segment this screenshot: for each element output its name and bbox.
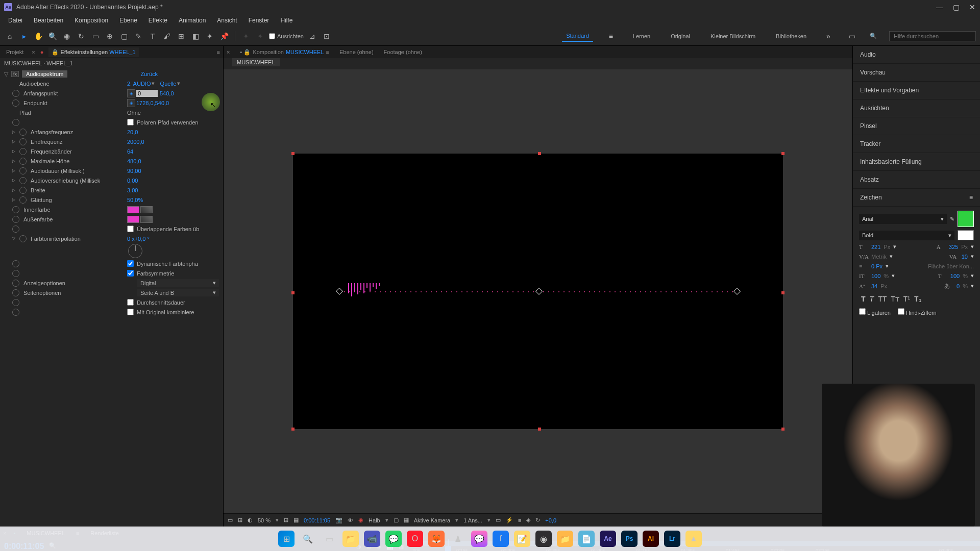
farbsym-checkbox[interactable]: Farbsymmetrie — [127, 270, 219, 277]
start-button[interactable]: ⊞ — [278, 531, 295, 547]
vscale-value[interactable]: 100 — [871, 273, 880, 279]
composition-canvas[interactable] — [293, 154, 783, 429]
polaren-checkbox[interactable]: Polaren Pfad verwenden — [127, 119, 219, 126]
panel-effekte[interactable]: Effekte und Vorgaben — [853, 82, 980, 99]
endfreq-value[interactable]: 2000,0 — [127, 139, 219, 145]
snap-options-icon[interactable]: ⊿ — [307, 31, 318, 42]
farbton-value[interactable]: 0 x+0,0 ° — [127, 236, 219, 242]
hscale-value[interactable]: 100 — [950, 273, 960, 279]
stopwatch-icon[interactable] — [12, 299, 19, 306]
glattung-value[interactable]: 50,0% — [127, 197, 219, 203]
comp-breadcrumb[interactable]: MUSICWHEEL — [232, 58, 280, 66]
app-icon[interactable]: ♟ — [450, 531, 466, 547]
stopwatch-icon[interactable] — [19, 235, 27, 242]
workspace-panel-icon[interactable]: ▭ — [846, 31, 857, 42]
target-icon[interactable]: ◈ — [127, 89, 135, 97]
uberlapp-checkbox[interactable]: Überlappende Farben üb — [127, 226, 219, 232]
snap-grid-icon[interactable]: ⊡ — [321, 31, 332, 42]
panel-tracker[interactable]: Tracker — [853, 135, 980, 153]
stopwatch-icon[interactable] — [19, 167, 27, 174]
kerning-dropdown[interactable]: Metrik — [871, 254, 887, 260]
local-axis-icon[interactable]: ✦ — [240, 31, 252, 42]
stopwatch-icon[interactable] — [19, 177, 27, 184]
toggle-alpha-icon[interactable]: ▦ — [404, 517, 409, 523]
tsume-value[interactable]: 0 — [957, 283, 960, 289]
bbox-handle[interactable] — [291, 152, 295, 155]
help-search-input[interactable] — [889, 31, 976, 41]
facebook-icon[interactable]: f — [493, 531, 509, 547]
panel-audio[interactable]: Audio — [853, 46, 980, 64]
anfangsfreq-value[interactable]: 20,0 — [127, 129, 219, 135]
messenger-icon[interactable]: 💬 — [471, 531, 487, 547]
menu-bearbeiten[interactable]: Bearbeiten — [29, 15, 68, 26]
view-dropdown[interactable]: 1 Ans... — [463, 517, 482, 523]
stopwatch-icon[interactable] — [12, 309, 19, 316]
font-family-dropdown[interactable]: Arial▾ — [859, 214, 947, 224]
bbox-handle[interactable] — [781, 152, 785, 155]
audiodauer-value[interactable]: 90,00 — [127, 168, 219, 174]
lightroom-icon[interactable]: Lr — [664, 531, 680, 547]
hindi-checkbox[interactable]: Hindi-Ziffern — [898, 308, 937, 316]
menu-ansicht[interactable]: Ansicht — [212, 15, 242, 26]
baseline-value[interactable]: 34 — [871, 283, 877, 289]
eraser-tool-icon[interactable]: ◧ — [190, 31, 201, 42]
orbit-tool-icon[interactable]: ◉ — [61, 31, 72, 42]
whatsapp-icon[interactable]: 💬 — [385, 531, 402, 547]
teams-icon[interactable]: 📹 — [364, 531, 380, 547]
rotate-tool-icon[interactable]: ↻ — [76, 31, 87, 42]
app-icon[interactable]: ▲ — [685, 531, 702, 547]
aussenfarbe-swatch[interactable] — [127, 216, 139, 223]
brush-tool-icon[interactable]: 🖌 — [161, 31, 173, 42]
mask-icon[interactable]: ▦ — [293, 517, 299, 523]
workspace-lernen[interactable]: Lernen — [629, 31, 654, 41]
stopwatch-icon[interactable] — [12, 206, 19, 213]
panel-vorschau[interactable]: Vorschau — [853, 64, 980, 82]
tab-effekteinstellungen[interactable]: 🔒 Effekteinstellungen WHEEL_1 — [48, 47, 138, 57]
smallcaps-button[interactable]: Tᴛ — [891, 295, 899, 303]
eyedropper-icon[interactable] — [140, 206, 153, 213]
allcaps-button[interactable]: TT — [878, 295, 887, 303]
reset-exposure-icon[interactable]: ↻ — [535, 517, 540, 523]
breite-value[interactable]: 3,00 — [127, 187, 219, 193]
target-icon[interactable]: ◈ — [127, 99, 135, 107]
opera-icon[interactable]: O — [407, 531, 423, 547]
panel-pinsel[interactable]: Pinsel — [853, 117, 980, 135]
camera-tool-icon[interactable]: ▭ — [90, 31, 101, 42]
current-time[interactable]: 0:00:11:05 — [304, 517, 330, 523]
anchor-tool-icon[interactable]: ⊕ — [104, 31, 115, 42]
original-checkbox[interactable]: Mit Original kombiniere — [127, 309, 219, 315]
font-size-value[interactable]: 221 — [871, 244, 880, 250]
dynfarb-checkbox[interactable]: Dynamische Farbtonpha — [127, 260, 219, 267]
stopwatch-icon[interactable] — [19, 129, 27, 136]
effect-title[interactable]: Audiospektrum — [22, 70, 67, 78]
home-icon[interactable]: ⌂ — [4, 31, 15, 42]
menu-fenster[interactable]: Fenster — [243, 15, 275, 26]
stopwatch-icon[interactable] — [19, 138, 27, 145]
ligatures-checkbox[interactable]: Ligaturen — [859, 308, 891, 316]
workspace-overflow-icon[interactable]: » — [823, 31, 834, 42]
folder-icon[interactable]: 📁 — [557, 531, 573, 547]
menu-datei[interactable]: Datei — [3, 15, 28, 26]
workspace-standard[interactable]: Standard — [562, 31, 593, 42]
camera-dropdown[interactable]: Aktive Kamera — [414, 517, 451, 523]
maxhohe-value[interactable]: 480,0 — [127, 158, 219, 164]
workspace-original[interactable]: Original — [667, 31, 694, 41]
task-view-icon[interactable]: ▭ — [321, 531, 337, 547]
reset-link[interactable]: Zurück — [140, 71, 158, 77]
stopwatch-icon[interactable] — [12, 270, 19, 277]
bbox-handle[interactable] — [781, 291, 785, 294]
stroke-width-value[interactable]: 0 Px — [871, 263, 883, 269]
panel-inhalt[interactable]: Inhaltsbasierte Füllung — [853, 153, 980, 171]
stopwatch-icon[interactable] — [19, 187, 27, 194]
bbox-handle[interactable] — [781, 428, 785, 431]
text-tool-icon[interactable]: T — [147, 31, 158, 42]
notepad-icon[interactable]: 📄 — [578, 531, 595, 547]
stopwatch-icon[interactable] — [19, 148, 27, 155]
eyedropper-icon[interactable] — [140, 216, 153, 223]
workspace-biblio[interactable]: Bibliotheken — [772, 31, 811, 41]
bbox-handle[interactable] — [291, 428, 295, 431]
notes-icon[interactable]: 📝 — [514, 531, 530, 547]
resolution-icon[interactable]: ⊞ — [238, 517, 242, 523]
menu-komposition[interactable]: Komposition — [69, 15, 113, 26]
superscript-button[interactable]: T¹ — [903, 295, 910, 303]
